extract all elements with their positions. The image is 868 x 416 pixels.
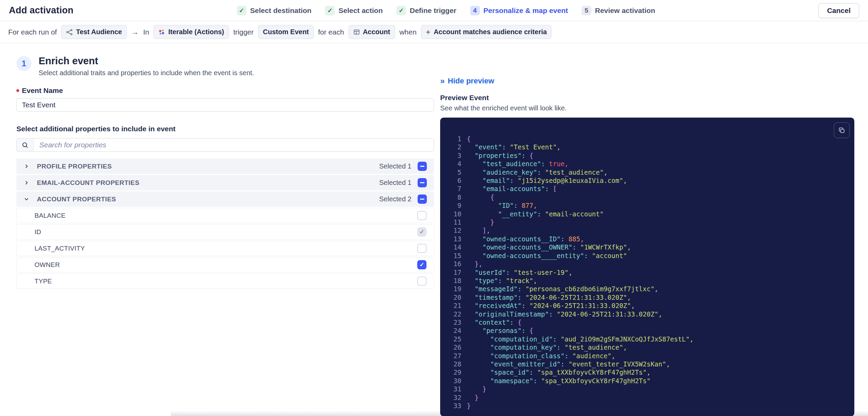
trigger-prefix-text: For each run of: [8, 28, 57, 36]
property-row-id[interactable]: ID✓: [16, 224, 434, 240]
enrich-event-section: 1 Enrich event Select additional traits …: [16, 55, 434, 290]
section-checkbox[interactable]: [418, 194, 427, 204]
plus-icon: +: [426, 28, 431, 36]
chevron-right-icon: [24, 164, 29, 169]
copy-icon: [838, 126, 845, 134]
event-name-input[interactable]: [16, 98, 434, 112]
property-label: BALANCE: [35, 212, 66, 219]
section-checkbox[interactable]: [418, 178, 427, 187]
property-checkbox[interactable]: [417, 211, 426, 220]
chevron-down-icon: [24, 197, 29, 202]
when-text: when: [399, 28, 417, 36]
property-row-type[interactable]: TYPE: [16, 273, 434, 289]
property-checkbox[interactable]: ✓: [417, 260, 426, 269]
required-dot-icon: [16, 89, 19, 92]
section-checkbox[interactable]: [418, 162, 427, 171]
property-checkbox[interactable]: [417, 244, 426, 253]
audience-chip: Test Audience: [61, 25, 126, 39]
properties-section-label: Select additional properties to include …: [16, 125, 434, 133]
property-search: [16, 138, 434, 152]
section-title: Enrich event: [39, 55, 254, 67]
section-profile-properties[interactable]: PROFILE PROPERTIES Selected 1: [16, 159, 434, 174]
account-properties-list: BALANCEID✓LAST_ACTIVITYOWNER✓TYPE: [16, 208, 434, 289]
section-account-properties[interactable]: ACCOUNT PROPERTIES Selected 2: [16, 191, 434, 207]
property-label: TYPE: [35, 278, 52, 285]
hide-preview-link[interactable]: » Hide preview: [440, 77, 494, 85]
section-email-account-properties[interactable]: EMAIL-ACCOUNT PROPERTIES Selected 1: [16, 175, 434, 190]
for-each-text: for each: [318, 28, 344, 36]
app-header: Add activation ✓ Select destination ✓ Se…: [0, 0, 868, 21]
step-review-activation[interactable]: 5 Review activation: [582, 6, 655, 15]
add-criteria-chip[interactable]: + Account matches audience criteria: [421, 25, 552, 39]
chevron-right-icon: [24, 180, 29, 185]
event-name-label: Event Name: [16, 86, 434, 95]
check-icon: ✓: [237, 6, 246, 15]
property-row-owner[interactable]: OWNER✓: [16, 257, 434, 272]
section-step-number: 1: [16, 56, 31, 71]
property-label: OWNER: [35, 261, 60, 269]
preview-title: Preview Event: [440, 94, 854, 102]
footer-shadow: [171, 411, 868, 416]
step-select-destination[interactable]: ✓ Select destination: [237, 6, 312, 15]
table-grid-icon: [353, 29, 360, 35]
double-chevron-right-icon: »: [440, 77, 445, 85]
entity-chip: Account: [349, 25, 395, 39]
copy-button[interactable]: [834, 122, 850, 138]
preview-subtitle: See what the enriched event will look li…: [440, 104, 854, 112]
selected-count: Selected 2: [379, 195, 411, 203]
trigger-summary-bar: For each run of Test Audience → In Itera…: [0, 21, 868, 43]
main-content: 1 Enrich event Select additional traits …: [0, 43, 868, 416]
event-preview-code-panel: 1{2 "event": "Test Event",3 "properties"…: [440, 118, 854, 416]
step-select-action[interactable]: ✓ Select action: [325, 6, 383, 15]
step-number-badge: 5: [582, 6, 591, 15]
arrow-right-icon: →: [131, 28, 139, 37]
section-step-header: 1 Enrich event Select additional traits …: [16, 55, 434, 77]
selected-count: Selected 1: [379, 162, 411, 170]
selected-count: Selected 1: [379, 179, 411, 187]
destination-chip: Iterable (Actions): [153, 25, 229, 39]
step-define-trigger[interactable]: ✓ Define trigger: [396, 6, 457, 15]
property-label: LAST_ACTIVITY: [35, 245, 85, 252]
step-number-badge: 4: [470, 6, 480, 15]
event-type-chip: Custom Event: [258, 25, 313, 39]
property-checkbox[interactable]: [417, 277, 426, 286]
properties-accordion: PROFILE PROPERTIES Selected 1 EMAIL-ACCO…: [16, 159, 434, 289]
check-icon: ✓: [396, 6, 406, 15]
property-row-balance[interactable]: BALANCE: [16, 208, 434, 223]
property-label: ID: [35, 228, 41, 236]
trigger-text: trigger: [233, 28, 254, 36]
page-title: Add activation: [9, 5, 73, 16]
search-icon: [17, 138, 34, 151]
step-personalize-map-event[interactable]: 4 Personalize & map event: [470, 6, 568, 15]
preview-panel: » Hide preview Preview Event See what th…: [440, 55, 854, 416]
property-row-last_activity[interactable]: LAST_ACTIVITY: [16, 241, 434, 256]
iterable-logo-icon: [158, 29, 165, 36]
cancel-button[interactable]: Cancel: [818, 3, 859, 18]
search-input[interactable]: [34, 138, 434, 151]
in-text: In: [143, 28, 149, 36]
wizard-stepper: ✓ Select destination ✓ Select action ✓ D…: [237, 6, 655, 15]
property-checkbox: ✓: [417, 227, 426, 237]
section-subtitle: Select additional traits and properties …: [39, 69, 254, 77]
audience-network-icon: [66, 29, 73, 36]
check-icon: ✓: [325, 6, 335, 15]
code-block: 1{2 "event": "Test Event",3 "properties"…: [447, 135, 846, 410]
